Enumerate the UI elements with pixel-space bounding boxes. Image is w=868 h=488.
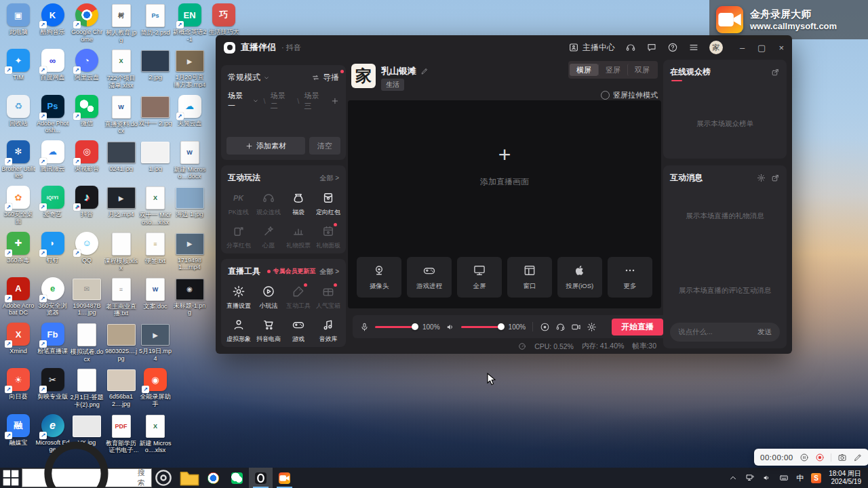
desktop-icon[interactable]: ▶↗17194981....mp4 [173,232,207,271]
desktop-icon[interactable]: ✚↗360杀毒 [1,232,35,264]
source-button[interactable]: 全屏 [457,257,502,298]
mic-slider-knob[interactable] [412,323,418,330]
camera-toggle-icon[interactable] [571,322,581,332]
desktop-icon[interactable]: W↗直播资料.docx [104,95,138,135]
interactive-play-item[interactable]: 福袋 [283,191,313,217]
interactive-play-item[interactable]: 心愿 [254,224,283,250]
task-view-button[interactable] [152,468,175,488]
stop-record-button[interactable] [815,453,825,462]
touch-keyboard-icon[interactable] [779,473,789,483]
source-button[interactable]: 投屏(iOS) [557,257,602,298]
virtual-camera-icon[interactable] [540,322,550,332]
send-button[interactable]: 发送 [757,327,772,337]
desktop-icon[interactable]: ☀↗向日葵 [1,368,35,401]
live-tool-item[interactable]: 音效库 [313,318,343,344]
ime-indicator[interactable]: 中 [796,473,804,483]
desktop-icon[interactable]: X↗Xmind [1,323,35,355]
taskbar-clock[interactable]: 18:04 周日 2024/5/19 [829,470,861,486]
interactive-play-all-link[interactable]: 全部 > [319,174,339,183]
monitor-audio-icon[interactable] [555,322,566,332]
desktop-icon[interactable]: W↗文案.doc [138,277,172,310]
desktop-icon[interactable]: ✻↗Brother Utilities [1,140,35,180]
taskbar-app-explorer[interactable] [178,468,201,488]
taskbar-app-chrome[interactable] [201,468,225,488]
interactive-play-item[interactable]: 定向红包 [313,191,343,217]
message-settings-icon[interactable] [757,174,766,182]
desktop-icon[interactable]: ☁↗腾讯微云 [36,140,70,173]
desktop-icon[interactable]: iQIYI↗爱奇艺 [36,186,70,218]
network-icon[interactable] [745,473,755,483]
volume-icon[interactable] [762,473,772,483]
chat-input[interactable]: 说点什么... 发送 [670,323,780,342]
desktop-icon[interactable]: 树↗树人教育.jpg [104,3,138,43]
add-material-button[interactable]: 添加素材 [226,137,305,155]
speaker-icon[interactable] [446,322,456,332]
taskbar-app-recorder[interactable] [273,468,296,488]
live-tool-item[interactable]: 小玩法 [254,285,283,310]
desktop-icon[interactable]: ☺↗QQ [70,232,104,264]
desktop-icon[interactable]: X↗双十一 Microso....xlsx [138,186,172,226]
room-category-tag[interactable]: 生活 [381,79,404,91]
edit-title-icon[interactable] [420,67,429,75]
anchor-center-button[interactable]: 主播中心 [568,42,615,54]
popout-icon[interactable] [771,174,780,182]
user-avatar[interactable]: 家 [709,41,723,54]
taskbar-search[interactable]: 搜索 [22,468,152,487]
speaker-volume-slider[interactable] [461,326,503,328]
desktop-icon[interactable]: ✂↗剪映专业版 [36,368,70,401]
live-tools-all-link[interactable]: 全部 > [319,267,339,277]
desktop-icon[interactable]: ◔↗阿里云盘 [70,49,104,81]
source-button[interactable]: 游戏进程 [407,257,452,298]
popout-icon[interactable] [771,68,780,77]
interactive-play-item[interactable]: 礼物投票 [283,224,313,250]
help-icon[interactable] [667,42,678,53]
desktop-icon[interactable]: ◉↗全能录屏助手 [138,368,172,407]
desktop-icon[interactable]: ∞↗百度网盘 [36,49,70,81]
desktop-icon[interactable]: ↗1.jpg [138,140,172,173]
scene-tab[interactable]: 场景一 [228,91,259,111]
desktop-icon[interactable]: Ps↗简历-2.psd [138,3,172,37]
desktop-icon[interactable]: ↗9803025....jpg [104,323,138,362]
source-button[interactable]: 摄像头 [357,257,401,298]
desktop-icon[interactable]: ≡↗老王商业直播.txt [104,277,138,317]
desktop-icon[interactable]: X↗722个项目清单.xlsx [104,49,138,89]
desktop-icon[interactable]: ↗6d56ba12....jpg [104,368,138,407]
desktop-icon[interactable]: ✿↗360安全桌面 [1,186,35,225]
desktop-icon[interactable]: X↗新建 Microso....xlsx [138,414,172,454]
settings-icon[interactable] [587,322,597,332]
tray-expand-icon[interactable] [728,473,738,483]
interactive-play-item[interactable]: 分享红包 [224,224,254,250]
live-tool-item[interactable]: 抖音电商 [254,318,283,344]
live-tool-item[interactable]: 人气宝箱 [313,285,343,310]
desktop-icon[interactable]: ☁↗天翼云盘 [173,95,207,127]
source-button[interactable]: 更多 [608,257,652,298]
room-cover-image[interactable]: 家 [351,64,376,88]
interactive-play-item[interactable]: 礼物面板 [313,224,343,250]
close-button[interactable]: × [778,43,784,53]
desktop-icon[interactable]: ◉↗未标题-1.png [173,277,207,317]
desktop-icon[interactable]: W↗新建 Microso....docx [173,140,207,180]
desktop-icon[interactable]: ✦↗TIM [1,49,35,81]
desktop-icon[interactable]: ≡↗便签.txt [138,232,172,265]
taskbar-app-wechat[interactable] [225,468,249,488]
live-tool-item[interactable]: 直播设置 [224,285,254,310]
desktop-icon[interactable]: ♪↗抖音 [70,186,104,218]
desktop-icon[interactable]: ↗Google Chrome [70,3,104,43]
orientation-option[interactable]: 竖屏 [598,64,627,76]
desktop-icon[interactable]: EN↗新概念英语2-1 [173,3,207,43]
add-source-plus[interactable]: + [348,142,661,167]
live-tool-item[interactable]: 虚拟形象 [224,318,254,344]
orientation-option[interactable]: 横屏 [570,64,598,76]
microphone-icon[interactable] [359,322,370,332]
speaker-slider-knob[interactable] [498,323,505,330]
desktop-icon[interactable]: ◎↗央视影音 [70,140,104,173]
desktop-icon[interactable]: e↗360安全浏览器 [36,277,70,317]
desktop-icon[interactable]: ↗0241.jpg [104,140,138,173]
start-live-button[interactable]: 开始直播 [612,319,663,336]
orientation-option[interactable]: 双屏 [627,64,656,76]
desktop-icon[interactable]: ↗2月1日-答题卡(2).png [70,368,104,408]
desktop-icon[interactable]: ▶↗1月20号直播方案.mp4 [173,49,207,88]
maximize-button[interactable]: ▢ [757,43,766,53]
desktop-icon[interactable]: ↗模拟试卷.docx [70,323,104,363]
pause-button[interactable] [800,453,809,462]
